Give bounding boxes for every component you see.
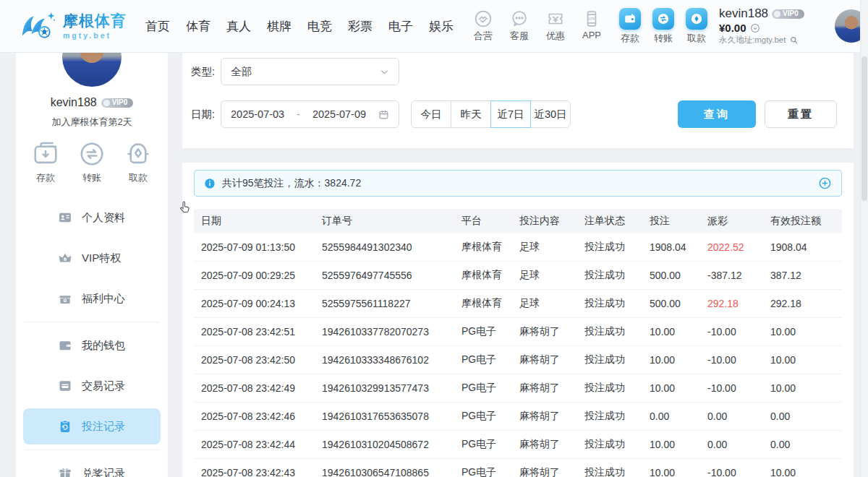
sidebar-menu: 个人资料VIP特权福利中心我的钱包交易记录投注记录兑奖记录 bbox=[16, 197, 168, 477]
cell-bet-amount: 10.00 bbox=[650, 439, 707, 450]
filter-card: 类型: 全部 日期: 2025-07-03 - 2025-07-09 bbox=[182, 52, 854, 148]
cell-bet-content: 足球 bbox=[519, 241, 584, 254]
cell-order-status: 投注成功 bbox=[584, 241, 650, 254]
table-row: 2025-07-08 23:42:511942610337782070273PG… bbox=[194, 318, 842, 346]
cell-payout: -387.12 bbox=[707, 270, 770, 281]
table-row: 2025-07-08 23:42:431942610306547108865PG… bbox=[194, 459, 842, 477]
table-row: 2025-07-09 00:24:135255975561118227摩根体育足… bbox=[194, 290, 842, 318]
scrollbar[interactable] bbox=[860, 0, 868, 477]
nav-item-8[interactable]: 娱乐 bbox=[429, 18, 454, 35]
sidebar-action-withdraw[interactable]: 取款 bbox=[124, 140, 152, 184]
type-select[interactable]: 全部 bbox=[221, 58, 399, 85]
cell-payout: 2022.52 bbox=[707, 241, 770, 253]
cell-payout: 0.00 bbox=[707, 439, 770, 450]
range-button-3[interactable]: 近7日 bbox=[490, 100, 531, 128]
wallet-action-deposit[interactable]: 存款 bbox=[619, 8, 641, 45]
brand-logo[interactable]: 摩根体育 mgty.bet bbox=[20, 10, 127, 42]
range-button-4[interactable]: 近30日 bbox=[530, 100, 571, 128]
scrollbar-thumb[interactable] bbox=[861, 56, 867, 201]
sidebar-item-prize[interactable]: 兑奖记录 bbox=[16, 453, 168, 477]
nav-item-3[interactable]: 真人 bbox=[226, 18, 251, 35]
wallet-action-transfer[interactable]: 转账 bbox=[652, 8, 674, 45]
search-button[interactable]: 查询 bbox=[678, 100, 756, 128]
quick-link-promo[interactable]: 优惠 bbox=[541, 9, 570, 43]
transactions-icon bbox=[58, 379, 72, 393]
cell-valid-bet: 292.18 bbox=[770, 298, 842, 309]
cell-payout: 0.00 bbox=[707, 411, 770, 422]
cell-order-number: 1942610310204508672 bbox=[322, 439, 461, 450]
date-range-input[interactable]: 2025-07-03 - 2025-07-09 bbox=[221, 100, 399, 128]
bet-records-icon bbox=[58, 419, 72, 434]
cell-bet-amount: 0.00 bbox=[650, 411, 707, 422]
cell-order-number: 1942610329913577473 bbox=[322, 382, 461, 394]
refresh-balance-icon[interactable] bbox=[750, 23, 760, 33]
sidebar-action-deposit[interactable]: 存款 bbox=[32, 140, 59, 184]
cell-order-status: 投注成功 bbox=[584, 438, 650, 451]
quick-link-label: 客服 bbox=[510, 30, 529, 43]
range-button-1[interactable]: 今日 bbox=[411, 100, 451, 128]
app-icon: APP bbox=[582, 9, 601, 28]
quick-link-handshake[interactable]: 合营 bbox=[469, 9, 498, 43]
cell-valid-bet: 10.00 bbox=[770, 326, 842, 338]
wallet-actions: 存款转账取款 bbox=[619, 8, 707, 45]
cell-payout: -10.00 bbox=[707, 326, 770, 338]
cell-platform: PG电子 bbox=[461, 382, 519, 395]
wallet-icon bbox=[58, 338, 72, 353]
cell-payout: 292.18 bbox=[707, 298, 770, 309]
reset-button[interactable]: 重置 bbox=[765, 100, 837, 128]
quick-link-app[interactable]: APPAPP bbox=[577, 9, 606, 43]
user-info: kevin188 VIP0 ¥0.00 永久地址:mgty.bet bbox=[719, 7, 829, 46]
nav-item-1[interactable]: 首页 bbox=[145, 18, 170, 35]
vip-icon bbox=[58, 251, 72, 265]
cell-bet-content: 麻将胡了 bbox=[519, 438, 584, 451]
cell-order-status: 投注成功 bbox=[584, 325, 650, 338]
top-navbar: 摩根体育 mgty.bet 首页体育真人棋牌电竞彩票电子娱乐 合营客服优惠APP… bbox=[0, 0, 868, 53]
joined-days-text: 加入摩根体育第2天 bbox=[16, 116, 168, 129]
nav-item-7[interactable]: 电子 bbox=[388, 18, 413, 35]
info-icon bbox=[204, 178, 216, 189]
cell-valid-bet: 0.00 bbox=[770, 439, 842, 450]
sidebar-item-vip[interactable]: VIP特权 bbox=[16, 238, 168, 278]
range-button-2[interactable]: 昨天 bbox=[451, 100, 491, 128]
deposit-outline-icon bbox=[32, 140, 59, 168]
quick-link-label: 优惠 bbox=[546, 30, 565, 43]
welfare-icon bbox=[58, 291, 72, 306]
records-card: 共计95笔投注，流水：3824.72 日期订单号平台投注内容注单状态投注派彩有效… bbox=[182, 163, 854, 477]
cell-order-number: 1942610317653635078 bbox=[322, 411, 461, 422]
cell-bet-amount: 10.00 bbox=[650, 382, 707, 394]
promo-icon bbox=[546, 9, 565, 28]
sidebar-item-transactions[interactable]: 交易记录 bbox=[16, 366, 168, 406]
date-from: 2025-07-03 bbox=[231, 108, 284, 120]
search-address-icon[interactable] bbox=[789, 35, 799, 45]
wallet-action-withdraw[interactable]: 取款 bbox=[686, 8, 707, 45]
wallet-action-label: 转账 bbox=[654, 32, 673, 45]
cell-bet-amount: 10.00 bbox=[650, 354, 707, 366]
brand-name: 摩根体育 bbox=[63, 12, 127, 29]
cell-date: 2025-07-08 23:42:46 bbox=[194, 411, 322, 422]
cell-valid-bet: 387.12 bbox=[770, 270, 842, 281]
table-body: 2025-07-09 01:13:505255984491302340摩根体育足… bbox=[194, 233, 842, 477]
nav-item-6[interactable]: 彩票 bbox=[348, 18, 373, 35]
menu-divider bbox=[25, 450, 159, 450]
calendar-icon bbox=[378, 109, 389, 120]
quick-date-ranges: 今日昨天近7日近30日 bbox=[411, 100, 571, 128]
quick-link-label: 合营 bbox=[474, 30, 493, 43]
sidebar-item-bet-records[interactable]: 投注记录 bbox=[23, 408, 161, 444]
sidebar-item-profile[interactable]: 个人资料 bbox=[16, 197, 168, 238]
sidebar-item-welfare[interactable]: 福利中心 bbox=[16, 278, 168, 319]
sidebar-action-transfer[interactable]: 转账 bbox=[78, 140, 106, 184]
nav-item-2[interactable]: 体育 bbox=[186, 18, 210, 35]
chevron-down-icon bbox=[380, 67, 389, 77]
quick-link-service[interactable]: 客服 bbox=[505, 9, 534, 43]
cell-platform: PG电子 bbox=[461, 438, 519, 451]
sidebar-item-wallet[interactable]: 我的钱包 bbox=[16, 325, 168, 366]
table-header: 日期订单号平台投注内容注单状态投注派彩有效投注额 bbox=[194, 209, 842, 233]
header-cell: 日期 bbox=[194, 215, 322, 228]
sidebar-actions: 存款转账取款 bbox=[16, 140, 168, 184]
username[interactable]: kevin188 bbox=[719, 7, 768, 21]
wallet-action-label: 存款 bbox=[621, 32, 639, 45]
nav-item-5[interactable]: 电竞 bbox=[307, 18, 332, 35]
cell-date: 2025-07-08 23:42:50 bbox=[194, 354, 322, 366]
expand-plus-icon[interactable] bbox=[818, 176, 832, 190]
nav-item-4[interactable]: 棋牌 bbox=[267, 18, 292, 35]
